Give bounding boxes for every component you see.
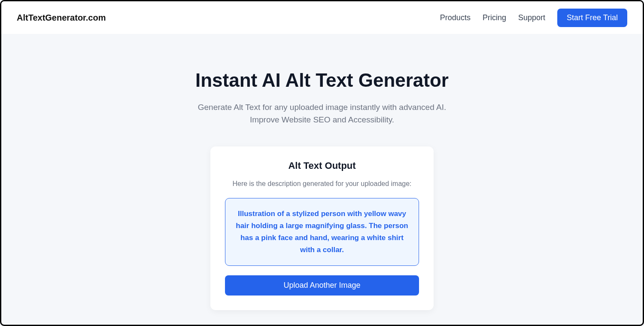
- output-card: Alt Text Output Here is the description …: [210, 146, 434, 310]
- start-free-trial-button[interactable]: Start Free Trial: [557, 9, 627, 27]
- card-subtitle: Here is the description generated for yo…: [225, 180, 419, 188]
- main-content: Instant AI Alt Text Generator Generate A…: [1, 34, 643, 310]
- nav-products[interactable]: Products: [440, 13, 471, 22]
- hero-subtitle: Generate Alt Text for any uploaded image…: [189, 101, 455, 126]
- alt-text-output: Illustration of a stylized person with y…: [225, 198, 419, 266]
- header: AltTextGenerator.com Products Pricing Su…: [1, 1, 643, 34]
- nav-pricing[interactable]: Pricing: [483, 13, 506, 22]
- upload-another-image-button[interactable]: Upload Another Image: [225, 275, 419, 296]
- main-nav: Products Pricing Support Start Free Tria…: [440, 9, 627, 27]
- site-logo[interactable]: AltTextGenerator.com: [17, 13, 106, 23]
- card-title: Alt Text Output: [225, 160, 419, 171]
- hero-title: Instant AI Alt Text Generator: [195, 68, 449, 92]
- nav-support[interactable]: Support: [518, 13, 545, 22]
